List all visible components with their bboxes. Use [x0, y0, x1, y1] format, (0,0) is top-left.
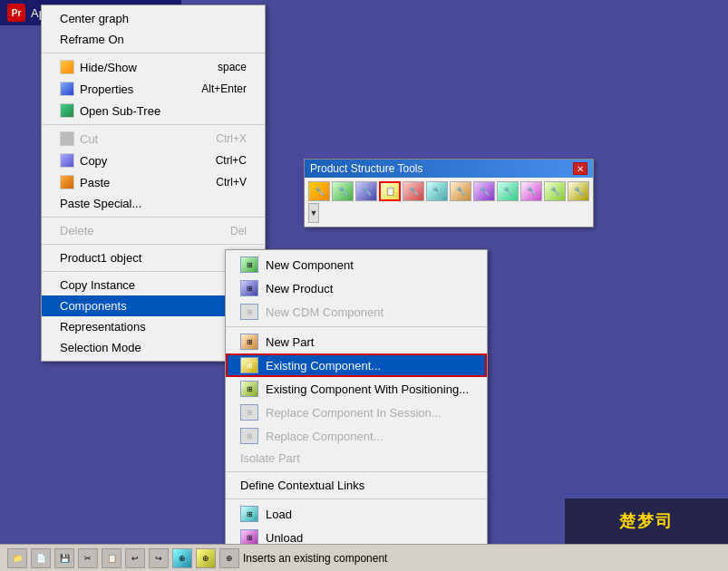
new-part-label: New Part	[266, 335, 314, 349]
load-label: Load	[266, 508, 292, 521]
copy-shortcut: Ctrl+C	[216, 154, 247, 167]
toolbar-titlebar: Product Structure Tools ✕	[305, 160, 593, 178]
paste-shortcut: Ctrl+V	[216, 176, 247, 189]
separator-3	[42, 217, 265, 218]
new-product-icon: ⊞	[240, 280, 258, 296]
copy-icon	[60, 153, 74, 168]
toolbar-dropdown-arrow[interactable]: ▼	[308, 203, 319, 223]
toolbar-icon-1[interactable]: 🔧	[308, 181, 330, 201]
center-graph-label: Center graph	[60, 12, 129, 25]
toolbar-icon-2[interactable]: 🔧	[332, 181, 354, 201]
branding: 楚梦司	[565, 498, 728, 544]
copy-instance-label: Copy Instance	[60, 278, 135, 292]
toolbar-icon-6[interactable]: 🔧	[426, 181, 448, 201]
menu-item-cut[interactable]: Cut Ctrl+X	[42, 128, 265, 150]
load-icon: ⊞	[240, 506, 258, 522]
delete-label: Delete	[60, 224, 94, 237]
submenu-components: ⊞ New Component ⊞ New Product ⊞ New CDM …	[225, 249, 488, 553]
separator-1	[42, 53, 265, 53]
toolbar-icon-4[interactable]: 📋	[379, 181, 401, 201]
menu-item-copy[interactable]: Copy Ctrl+C	[42, 150, 265, 171]
paste-special-label: Paste Special...	[60, 197, 141, 210]
status-bar: 📁 📄 💾 ✂ 📋 ↩ ↪ ⊕ ⊕ ⊕ Inserts an existing …	[0, 544, 728, 571]
submenu-new-cdm-component[interactable]: ⊞ New CDM Component	[226, 300, 487, 324]
new-cdm-component-icon: ⊞	[240, 304, 258, 320]
submenu-separator-1	[226, 326, 487, 327]
new-part-icon: ⊞	[240, 334, 258, 350]
status-icon-folder[interactable]: 📁	[7, 548, 27, 568]
open-subtree-label: Open Sub-Tree	[80, 104, 160, 118]
status-icon-save[interactable]: 💾	[54, 548, 74, 568]
product1-object-label: Product1 object	[60, 251, 141, 265]
status-icon-cut[interactable]: ✂	[78, 548, 98, 568]
toolbar-icon-7[interactable]: 🔧	[450, 181, 471, 201]
replace-component-session-icon: ⊞	[240, 404, 258, 421]
status-icon-copy[interactable]: 📋	[102, 548, 121, 568]
menu-item-paste-special[interactable]: Paste Special...	[42, 193, 265, 214]
replace-component-label: Replace Component...	[266, 430, 383, 443]
menu-item-delete[interactable]: Delete Del	[42, 220, 265, 241]
status-icon-new[interactable]: 📄	[31, 548, 51, 568]
menu-item-properties[interactable]: Properties Alt+Enter	[42, 78, 265, 100]
toolbar-icon-3[interactable]: 🔧	[355, 181, 377, 201]
submenu-replace-component[interactable]: ⊞ Replace Component...	[226, 424, 487, 448]
separator-4	[42, 244, 265, 245]
status-icon-extra2[interactable]: ⊕	[196, 548, 216, 568]
submenu-replace-component-session[interactable]: ⊞ Replace Component In Session...	[226, 401, 487, 424]
open-subtree-icon	[60, 103, 74, 118]
properties-label: Properties	[80, 82, 133, 96]
menu-item-paste[interactable]: Paste Ctrl+V	[42, 171, 265, 193]
cut-label: Cut	[80, 132, 98, 146]
toolbar-icon-11[interactable]: 🔧	[544, 181, 566, 201]
new-cdm-component-label: New CDM Component	[266, 305, 383, 319]
submenu-separator-3	[226, 498, 487, 499]
toolbar-icon-9[interactable]: 🔧	[497, 181, 519, 201]
submenu-define-contextual-links[interactable]: Define Contextual Links	[226, 475, 487, 496]
unload-label: Unload	[266, 531, 303, 545]
reframe-on-label: Reframe On	[60, 33, 124, 46]
new-component-label: New Component	[266, 258, 354, 272]
status-icon-extra3[interactable]: ⊕	[219, 548, 239, 568]
submenu-isolate-part[interactable]: Isolate Part	[226, 448, 487, 469]
status-icon-undo[interactable]: ↩	[125, 548, 145, 568]
define-contextual-links-label: Define Contextual Links	[240, 479, 364, 492]
delete-shortcut: Del	[230, 225, 247, 237]
toolbar-window: Product Structure Tools ✕ 🔧 🔧 🔧 📋 🔧 🔧 🔧 …	[304, 159, 594, 227]
submenu-load[interactable]: ⊞ Load	[226, 502, 487, 526]
menu-item-reframe-on[interactable]: Reframe On	[42, 29, 265, 50]
status-icon-redo[interactable]: ↪	[149, 548, 169, 568]
status-icons: 📁 📄 💾 ✂ 📋 ↩ ↪ ⊕ ⊕ ⊕	[7, 548, 239, 568]
submenu-existing-component-positioning[interactable]: ⊞ Existing Component With Positioning...	[226, 377, 487, 401]
toolbar-icons-row: 🔧 🔧 🔧 📋 🔧 🔧 🔧 🔧 🔧 🔧 🔧 🔧 ▼	[305, 178, 593, 227]
menu-item-center-graph[interactable]: Center graph	[42, 8, 265, 29]
hide-show-icon	[60, 60, 74, 74]
submenu-new-product[interactable]: ⊞ New Product	[226, 276, 487, 300]
existing-component-positioning-icon: ⊞	[240, 381, 258, 397]
toolbar-icon-12[interactable]: 🔧	[568, 181, 589, 201]
submenu-existing-component[interactable]: ⊞ Existing Component...	[226, 353, 487, 377]
toolbar-close-button[interactable]: ✕	[573, 162, 587, 175]
separator-2	[42, 124, 265, 125]
replace-component-icon: ⊞	[240, 428, 258, 444]
status-icon-extra1[interactable]: ⊕	[172, 548, 192, 568]
submenu-new-part[interactable]: ⊞ New Part	[226, 330, 487, 353]
representations-label: Representations	[60, 320, 146, 334]
toolbar-icon-5[interactable]: 🔧	[403, 181, 424, 201]
cut-icon	[60, 131, 74, 146]
hide-show-shortcut: space	[218, 61, 247, 73]
toolbar-icon-8[interactable]: 🔧	[473, 181, 495, 201]
menu-item-open-subtree[interactable]: Open Sub-Tree	[42, 100, 265, 121]
copy-label: Copy	[80, 154, 107, 168]
toolbar-title: Product Structure Tools	[310, 162, 423, 175]
toolbar-icon-10[interactable]: 🔧	[520, 181, 542, 201]
app-icon: Pr	[7, 4, 25, 22]
submenu-separator-2	[226, 471, 487, 472]
existing-component-label: Existing Component...	[266, 359, 381, 373]
paste-icon	[60, 175, 74, 189]
isolate-part-label: Isolate Part	[240, 451, 300, 465]
selection-mode-label: Selection Mode	[60, 341, 141, 354]
new-product-label: New Product	[266, 282, 333, 295]
menu-item-hide-show[interactable]: Hide/Show space	[42, 56, 265, 78]
replace-component-session-label: Replace Component In Session...	[266, 406, 442, 420]
submenu-new-component[interactable]: ⊞ New Component	[226, 253, 487, 276]
